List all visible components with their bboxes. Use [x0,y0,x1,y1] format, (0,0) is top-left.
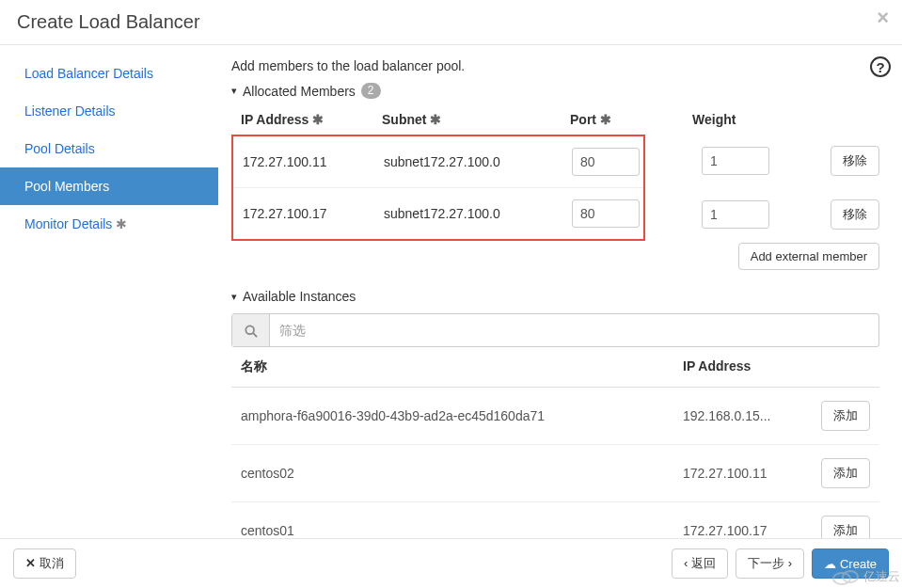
sidebar-item-label: Pool Members [24,179,109,194]
allocated-column-headers: IP Address ✱ Subnet ✱ Port ✱ Weight [231,106,879,135]
allocated-row: 172.27.100.17 subnet172.27.100.0 [233,187,643,239]
port-input[interactable] [572,148,640,176]
back-button[interactable]: ‹ 返回 [672,548,728,579]
allocated-members-toggle[interactable]: ▾ Allocated Members 2 [231,83,879,99]
cancel-button[interactable]: ✕ 取消 [13,548,76,579]
available-instances-title: Available Instances [243,289,356,304]
search-icon[interactable] [232,314,270,346]
allocated-members-title: Allocated Members [243,84,356,99]
allocated-count-badge: 2 [361,83,381,99]
create-button[interactable]: ☁Create [812,548,889,579]
cell-ip: 172.27.100.17 [243,206,384,221]
svg-point-0 [245,326,254,335]
intro-text: Add members to the load balancer pool. [231,58,879,73]
add-external-member-button[interactable]: Add external member [738,243,879,270]
col-ip-label: IP Address [241,112,309,127]
chevron-down-icon: ▾ [231,291,237,303]
col-ip-label: IP Address [683,358,814,375]
modal-footer: ✕ 取消 ‹ 返回 下一步 › ☁Create [0,538,902,588]
sidebar-item-label: Load Balancer Details [24,66,153,81]
available-row: amphora-f6a90016-39d0-43b9-ad2a-ec45d160… [231,388,879,445]
modal-title: Create Load Balancer [17,11,885,33]
cloud-icon: ☁ [824,557,836,571]
wizard-sidebar: Load Balancer Details Listener Details P… [0,45,218,573]
close-icon[interactable]: × [877,8,889,28]
cell-name: amphora-f6a90016-39d0-43b9-ad2a-ec45d160… [241,408,683,423]
cell-subnet: subnet172.27.100.0 [384,206,572,221]
cell-name: centos02 [241,466,683,481]
allocated-row: 172.27.100.11 subnet172.27.100.0 [233,136,643,187]
required-asterisk-icon: ✱ [430,112,441,127]
col-subnet-label: Subnet [382,112,426,127]
close-icon: ✕ [25,556,36,570]
cell-ip: 192.168.0.15... [683,408,814,423]
available-column-headers: 名称 IP Address [231,347,879,388]
col-name-label: 名称 [241,358,683,375]
filter-input[interactable] [270,314,878,346]
sidebar-item-pool-members[interactable]: Pool Members [0,167,218,205]
sidebar-item-label: Monitor Details [24,216,112,231]
add-button[interactable]: 添加 [821,401,870,431]
cell-ip: 172.27.100.11 [683,466,814,481]
allocated-highlight-box: 172.27.100.11 subnet172.27.100.0 172.27.… [231,135,645,241]
sidebar-item-listener-details[interactable]: Listener Details [0,92,218,130]
sidebar-item-lb-details[interactable]: Load Balancer Details [0,55,218,92]
cell-ip: 172.27.100.17 [683,523,814,538]
modal-header: Create Load Balancer × [0,0,902,45]
allocated-row-right: 移除 [645,187,879,241]
sidebar-item-label: Listener Details [24,103,116,119]
filter-bar [231,313,879,347]
cell-name: centos01 [241,523,683,538]
allocated-rows: 172.27.100.11 subnet172.27.100.0 172.27.… [231,135,879,241]
col-weight-label: Weight [692,112,736,127]
cell-subnet: subnet172.27.100.0 [384,154,572,169]
available-instances-toggle[interactable]: ▾ Available Instances [231,289,879,304]
port-input[interactable] [572,199,640,228]
col-port-label: Port [570,112,596,127]
sidebar-item-monitor-details[interactable]: Monitor Details✱ [0,205,218,243]
weight-input[interactable] [702,147,769,175]
main-panel: Add members to the load balancer pool. ▾… [218,45,902,573]
next-button[interactable]: 下一步 › [736,548,804,579]
weight-input[interactable] [702,200,769,229]
remove-button[interactable]: 移除 [831,146,879,176]
cell-ip: 172.27.100.11 [243,154,384,169]
sidebar-item-label: Pool Details [24,141,95,156]
add-button[interactable]: 添加 [821,458,870,488]
remove-button[interactable]: 移除 [831,199,879,230]
sidebar-item-pool-details[interactable]: Pool Details [0,130,218,167]
modal-body: Load Balancer Details Listener Details P… [0,45,902,573]
required-asterisk-icon: ✱ [600,112,611,127]
allocated-row-right: 移除 [645,135,879,187]
chevron-down-icon: ▾ [231,85,237,97]
required-asterisk-icon: ✱ [312,112,324,127]
svg-line-1 [253,333,257,337]
available-row: centos02 172.27.100.11 添加 [231,445,879,502]
required-asterisk-icon: ✱ [116,216,127,231]
